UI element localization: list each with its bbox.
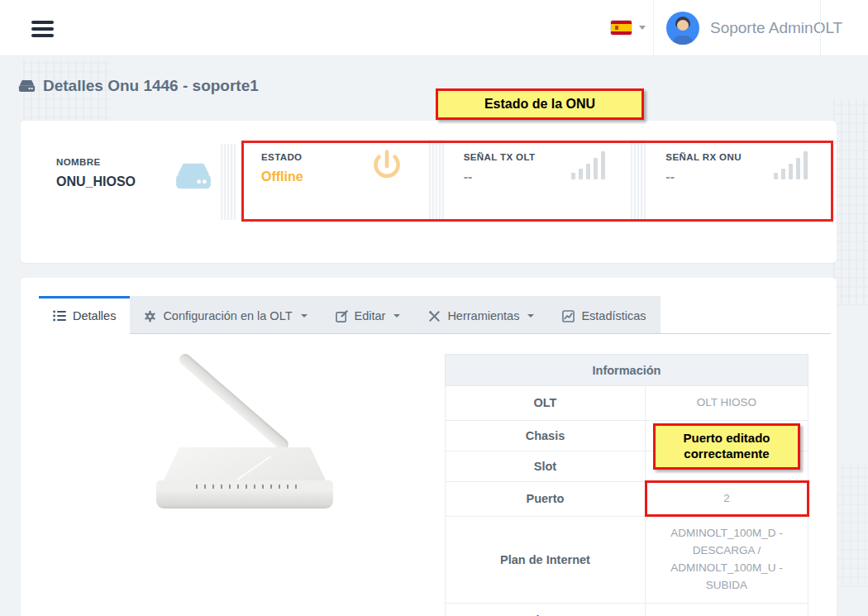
tools-icon: [428, 310, 441, 322]
table-row: Puerto 2: [446, 481, 808, 516]
table-row: Plan de Internet ADMINOLT_100M_D - DESCA…: [446, 516, 808, 603]
row-label-service-port: Service Port: [446, 603, 646, 616]
user-menu[interactable]: Soporte AdminOLT: [666, 12, 842, 45]
info-table-header: Información: [446, 355, 808, 386]
section-divider: [221, 144, 236, 220]
table-row: OLT OLT HIOSO: [446, 386, 808, 421]
onu-device-icon: [18, 79, 36, 93]
row-label-plan-de-internet: Plan de Internet: [446, 516, 646, 603]
status-strip: ESTADO Offline SEÑAL TX OLT -- SEÑAL RX …: [241, 138, 833, 221]
list-icon: [53, 310, 66, 322]
row-label-slot: Slot: [446, 451, 646, 481]
page-title-text: Detalles Onu 1446 - soporte1: [43, 77, 259, 95]
topbar-divider: [653, 0, 654, 56]
name-label: NOMBRE: [56, 157, 136, 167]
signal-bars-icon: [772, 149, 810, 180]
signal-bars-icon: [570, 149, 608, 180]
edit-icon: [336, 310, 348, 322]
topbar-divider: [820, 0, 821, 56]
tab-estadisticas[interactable]: Estadísticas: [548, 296, 660, 333]
status-section-tx: SEÑAL TX OLT --: [444, 138, 632, 221]
menu-toggle-button[interactable]: [31, 21, 54, 37]
annotation-estado-onu: Estado de la ONU: [436, 88, 644, 120]
background-sparkle-decoration: [833, 99, 868, 306]
router-icon: [174, 160, 212, 192]
gear-icon: [144, 310, 156, 322]
status-section-rx: SEÑAL RX ONU --: [646, 138, 833, 221]
annotation-puerto-editado: Puerto editado correctamente: [653, 423, 800, 470]
router-body-front: [156, 480, 333, 509]
name-block: NOMBRE ONU_HIOSO: [56, 157, 136, 189]
chevron-down-icon: [393, 314, 400, 318]
info-table-body: OLT OLT HIOSO Chasis Slot Puerto 2 Plan …: [446, 386, 808, 616]
background-sparkle-decoration: [835, 463, 868, 587]
router-body-top: [163, 447, 327, 482]
tab-editar[interactable]: Editar: [322, 296, 415, 333]
tab-detalles[interactable]: Detalles: [39, 296, 130, 334]
user-name: Soporte AdminOLT: [710, 19, 842, 37]
row-value-plan-de-internet: ADMINOLT_100M_D - DESCARGA / ADMINOLT_10…: [646, 516, 808, 603]
chevron-down-icon: [301, 314, 308, 318]
row-label-olt: OLT: [446, 386, 646, 421]
spain-flag-icon: [611, 21, 632, 35]
onu-product-image: [145, 348, 426, 522]
section-divider: [429, 140, 444, 219]
router-antenna: [177, 351, 290, 452]
tab-herramientas[interactable]: Herramientas: [414, 296, 548, 333]
details-card: Detalles Configuración en la OLT Editar …: [21, 278, 837, 616]
row-label-chasis: Chasis: [446, 420, 646, 451]
tab-configuracion-en-la-olt[interactable]: Configuración en la OLT: [130, 296, 321, 333]
language-selector[interactable]: [611, 21, 646, 35]
row-value-olt: OLT HIOSO: [646, 386, 808, 421]
router-leds: [196, 485, 299, 489]
section-divider: [631, 140, 646, 219]
chart-icon: [562, 310, 575, 322]
row-label-puerto: Puerto: [446, 481, 646, 516]
row-value-service-port: NA: [646, 603, 808, 616]
info-table: Información OLT OLT HIOSO Chasis Slot Pu…: [445, 354, 808, 616]
status-section-estado: ESTADO Offline: [241, 138, 429, 221]
table-row: Service Port NA: [446, 603, 808, 616]
chevron-down-icon: [527, 314, 534, 318]
page-title: Detalles Onu 1446 - soporte1: [18, 77, 259, 95]
topbar: Soporte AdminOLT: [0, 0, 868, 56]
power-icon: [368, 149, 406, 187]
row-value-puerto-highlighted: 2: [646, 481, 808, 516]
status-card: NOMBRE ONU_HIOSO ESTADO Offline SEÑAL TX…: [21, 121, 837, 263]
avatar: [666, 12, 699, 45]
chevron-down-icon: [639, 26, 646, 30]
tabs: Detalles Configuración en la OLT Editar …: [39, 296, 831, 334]
name-value: ONU_HIOSO: [56, 174, 136, 189]
